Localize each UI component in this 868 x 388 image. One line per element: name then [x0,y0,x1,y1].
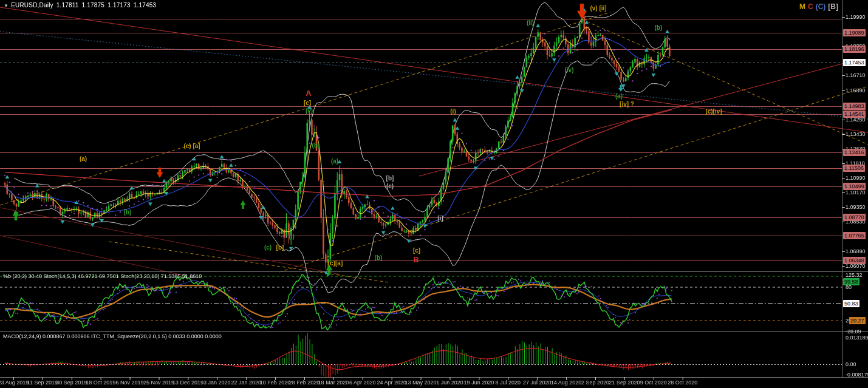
y-axis-tick: 1.13430 [846,131,866,137]
date-label: 30 Sep 2019 [56,379,87,386]
collapse-icon[interactable]: ▼ [4,3,9,9]
date-label: 25 Nov 2019 [143,379,174,386]
wave-label: (c) [264,244,272,251]
date-label: 13 May 2020 [405,379,437,386]
wave-label: (a) [615,93,623,100]
date-label: 19 Jun 2020 [464,379,494,386]
y-axis-tick: 1.10170 [846,189,866,196]
indicator-axis-tick: 80 [846,284,852,290]
date-label: 28 Feb 2020 [289,379,320,386]
wave-label: (c) [a] [183,143,200,149]
wave-label: (c)[a] [328,260,343,267]
price-level-badge: 1.12416 [843,149,866,156]
wave-label: (b) [124,209,132,216]
date-label: 13 Dec 2019 [173,379,203,386]
wave-label: [b] [276,244,284,251]
wave-label: (b) [375,254,383,261]
wave-label: [b] [386,175,394,182]
price-level-badge: 1.08770 [843,214,866,221]
wave-label: (b) [312,142,320,149]
wave-degree-label: (C) [816,2,826,11]
wave-label: (iv) [565,67,574,73]
current-price-badge: 1.17453 [843,59,866,66]
y-axis-tick: 1.16710 [846,72,866,78]
wave-degree-label: M [799,2,805,11]
macd-panel-title: MACD(12,24,9) 0.000867 0.000906 ITC_TTM_… [3,333,222,339]
y-axis-tick: 1.19990 [846,14,866,20]
date-label: 14 Aug 2020 [551,379,582,386]
date-label: 11 Sep 2019 [27,379,58,386]
date-label: 18 Oct 2019 [86,379,115,386]
indicator-axis-tick: 125.32 [846,272,863,278]
price-level-badge: 1.18196 [843,46,866,53]
indicator-axis-tick: -28.09 [846,328,861,335]
date-label: 27 Jul 2020 [523,379,552,386]
wave-label: [c] [304,100,311,106]
symbol-timeframe-label: EURUSD,Daily [11,2,53,9]
wave-label: [i] [437,215,443,222]
price-level-badge: 1.11506 [843,165,865,172]
wave-label: [c] [413,247,420,254]
wave-label: (c) [386,183,394,189]
date-label: 2 Sep 2020 [581,379,609,386]
chart-window: ▼EURUSD,Daily1.178111.178751.171731.1745… [0,0,868,388]
date-label: 1 Jun 2020 [436,379,463,386]
wave-label: (i) [289,233,294,240]
date-label: 10 Feb 2020 [260,379,291,386]
y-axis-tick: 1.15890 [846,87,866,94]
chart-title: ▼EURUSD,Daily1.178111.178751.171731.1745… [4,2,159,9]
quote-open: 1.17811 [56,2,79,9]
indicator-axis-tick: 0.00 [846,361,856,367]
date-label: 18 Mar 2020 [318,379,349,386]
chart-plot-canvas[interactable] [0,0,868,388]
price-level-badge: 1.06348 [843,257,866,264]
indicator-axis-tick: 0.013189 [846,335,868,341]
date-label: 28 Oct 2020 [668,379,697,386]
date-label: 6 Apr 2020 [349,379,376,386]
date-label: 24 Apr 2020 [377,379,406,386]
indicator-axis-tick: -0.008179 [846,372,868,378]
wave-degree-labels: MC(C)[B] [797,2,838,11]
wave-label: (i) [450,108,456,115]
price-level-badge: 1.19089 [843,29,866,36]
date-label: 21 Sep 2020 [609,379,640,386]
date-label: 3 Jan 2020 [203,379,231,386]
wave-label: [iv] ? [620,101,634,107]
wave-degree-label: [B] [828,2,838,11]
date-label: 8 Jul 2020 [496,379,521,386]
wave-label: (a) [331,158,338,165]
quote-low: 1.17173 [108,2,131,9]
wave-label: (v) [ii] [590,5,606,12]
wave-label: (c)[iv] [705,108,722,115]
indicator-value-badge: 50.83 [843,300,859,307]
price-level-badge: 1.10499 [843,183,866,190]
wave-label: (a) [80,155,87,162]
y-axis-tick: 1.06890 [846,248,866,254]
wave-label: (b) [655,24,663,31]
y-axis-tick: 1.09350 [846,204,866,210]
wave-label: (ii) [527,19,534,26]
y-axis-tick: 1.10990 [846,175,866,181]
wave-label: (v) [306,107,313,114]
quote-close: 1.17453 [134,2,157,9]
date-label: 22 Jan 2020 [231,379,261,386]
quote-high: 1.17875 [82,2,105,9]
price-level-badge: 1.14983 [843,103,866,110]
wave-degree-label: C [808,2,813,11]
date-label: 23 Aug 2019 [0,379,29,386]
price-level-badge: 1.07765 [843,232,866,239]
date-label: 9 Oct 2020 [640,379,667,386]
wave-label: B [413,255,419,264]
indicator-value-badge: 20.27 [849,317,866,324]
wave-label: A [306,89,311,98]
price-level-badge: 1.14541 [843,111,866,118]
stoch-panel-title: %b (20,2) 30.40 Stoch(14,5,3) 46.9721 69… [3,273,202,279]
date-label: 6 Nov 2019 [116,379,144,386]
